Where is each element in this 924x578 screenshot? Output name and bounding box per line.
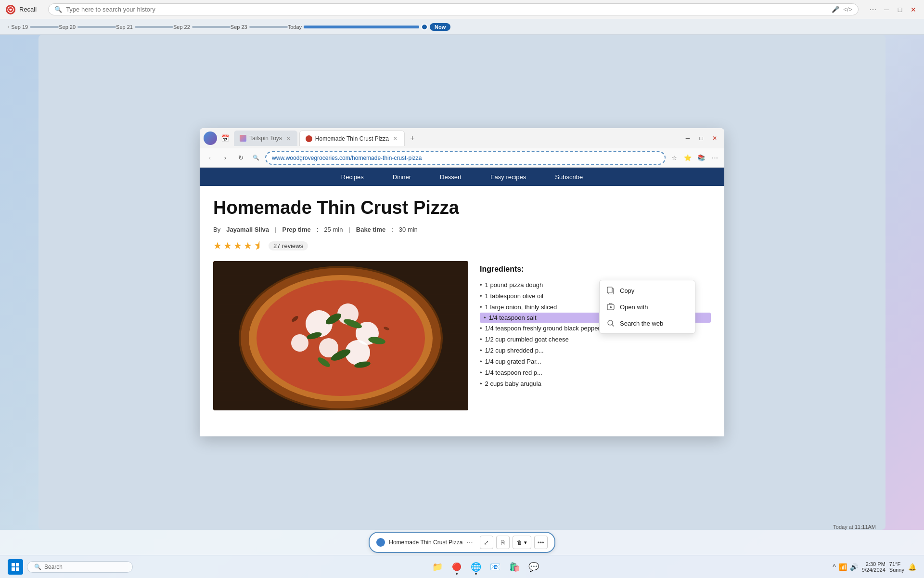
timeline-section-sep20[interactable]: Sep 20 — [59, 24, 116, 30]
timeline-current-indicator — [421, 24, 428, 30]
star-icon[interactable]: ⭐ — [682, 152, 693, 164]
recipe-title: Homemade Thin Crust Pizza — [213, 197, 711, 218]
svg-rect-32 — [16, 567, 19, 571]
open-with-label: Open with — [620, 303, 648, 311]
taskbar-app-recall[interactable]: 🔴 — [448, 558, 465, 576]
calendar-icon: 📅 — [221, 134, 229, 142]
tab-pizza[interactable]: Homemade Thin Crust Pizza ✕ — [299, 131, 405, 146]
code-icon[interactable]: </> — [843, 6, 852, 13]
meta-separator-2: | — [348, 226, 350, 233]
timeline-date-sep19: Sep 19 — [11, 24, 28, 30]
store-icon: 🛍️ — [509, 562, 520, 572]
nav-dinner[interactable]: Dinner — [393, 173, 411, 181]
app-icon — [6, 5, 15, 14]
more-icon[interactable]: ⋯ — [709, 152, 720, 164]
tailspin-favicon — [240, 135, 246, 142]
url-field[interactable]: www.woodgrovegroceries.com/homemade-thin… — [265, 151, 666, 165]
nav-recipes[interactable]: Recipes — [341, 173, 364, 181]
taskbar-clock[interactable]: 2:30 PM 9/24/2024 — [862, 561, 886, 573]
bake-label: Bake time — [356, 226, 385, 233]
timeline-date-sep21: Sep 21 — [116, 24, 133, 30]
timeline-bar-sep19 — [30, 26, 59, 28]
context-menu-search-web[interactable]: Search the web — [600, 315, 695, 331]
address-bar: ‹ › ↻ 🔍 www.woodgrovegroceries.com/homem… — [200, 148, 724, 168]
timeline-section-sep23[interactable]: Sep 23 — [231, 24, 288, 30]
recall-more-button[interactable]: ••• — [534, 536, 548, 549]
recall-expand-button[interactable]: ⤢ — [480, 536, 493, 549]
network-icon[interactable]: 📶 — [839, 563, 847, 571]
recall-copy-button[interactable]: ⎘ — [496, 536, 510, 549]
svg-line-28 — [612, 325, 614, 326]
context-menu-copy[interactable]: Copy — [600, 282, 695, 299]
svg-point-5 — [257, 280, 425, 396]
timeline-bar-sep20 — [77, 26, 116, 28]
volume-icon[interactable]: 🔊 — [850, 563, 858, 571]
ingredient-7: 1/4 cup grated Par... — [480, 356, 711, 367]
datetime-label: Today at 11:11AM — [833, 524, 876, 530]
ingredient-6: 1/2 cup shredded p... — [480, 345, 711, 356]
voice-icon[interactable]: 🎤 — [832, 6, 839, 13]
taskbar-app-mail[interactable]: 📧 — [487, 558, 504, 576]
timeline-now-button[interactable]: Now — [430, 23, 450, 31]
open-with-icon — [606, 302, 615, 311]
taskbar-search-bar[interactable]: 🔍 Search — [27, 561, 133, 573]
taskbar-app-browser[interactable]: 🌐 — [467, 558, 485, 576]
title-bar: Recall 🔍 🎤 </> ⋯ ─ □ ✕ — [0, 0, 924, 19]
timeline-section-sep19[interactable]: ‹ Sep 19 — [8, 24, 59, 30]
notification-bell[interactable]: 🔔 — [908, 563, 916, 571]
minimize-button[interactable]: ─ — [882, 5, 891, 14]
close-button[interactable]: ✕ — [909, 5, 918, 14]
back-button[interactable]: ‹ — [204, 152, 216, 164]
chevron-icon[interactable]: ^ — [833, 563, 836, 571]
window-controls: ⋯ ─ □ ✕ — [868, 5, 918, 14]
windows-logo — [12, 563, 19, 571]
timeline-section-sep22[interactable]: Sep 22 — [173, 24, 231, 30]
svg-point-11 — [291, 334, 308, 352]
svg-point-26 — [610, 306, 612, 308]
timeline-bar-today — [304, 26, 419, 28]
recall-thumbnail[interactable]: Homemade Thin Crust Pizza ··· ⤢ ⎘ 🗑 ▾ ••… — [369, 532, 555, 553]
recall-thumb-separator: ··· — [466, 538, 473, 547]
context-menu-open-with[interactable]: Open with — [600, 299, 695, 315]
new-tab-button[interactable]: + — [407, 132, 418, 144]
chevron-left-icon[interactable]: ‹ — [8, 24, 9, 29]
recall-search-input[interactable] — [66, 6, 828, 13]
tab-tailspin-close[interactable]: ✕ — [285, 135, 292, 142]
browser-tab-bar: 📅 Tailspin Toys ✕ Homemade Thin Crust Pi… — [200, 128, 724, 148]
bake-time: 30 min — [399, 226, 418, 233]
ingredient-5: 1/2 cup crumbled goat cheese — [480, 334, 711, 345]
more-options-button[interactable]: ⋯ — [868, 5, 878, 14]
nav-easy[interactable]: Easy recipes — [490, 173, 526, 181]
nav-subscribe[interactable]: Subscribe — [555, 173, 583, 181]
timeline-date-sep23: Sep 23 — [231, 24, 247, 30]
browser-minimize-button[interactable]: ─ — [682, 132, 693, 144]
start-button[interactable] — [8, 559, 23, 575]
taskbar-app-store[interactable]: 🛍️ — [506, 558, 523, 576]
recall-search-bar[interactable]: 🔍 🎤 </> — [48, 3, 859, 15]
browser-close-button[interactable]: ✕ — [709, 132, 720, 144]
dropdown-chevron: ▾ — [524, 539, 527, 546]
context-menu: Copy Open with Search the web — [599, 280, 695, 334]
tab-tailspin[interactable]: Tailspin Toys ✕ — [234, 131, 297, 146]
collections-icon[interactable]: 📚 — [695, 152, 707, 164]
forward-button[interactable]: › — [219, 152, 231, 164]
tab-pizza-close[interactable]: ✕ — [392, 135, 398, 142]
favorites-icon[interactable]: ☆ — [668, 152, 680, 164]
review-count[interactable]: 27 reviews — [269, 241, 308, 250]
taskbar-app-teams[interactable]: 💬 — [525, 558, 542, 576]
main-area: 📅 Tailspin Toys ✕ Homemade Thin Crust Pi… — [38, 35, 886, 530]
taskbar: 🔍 Search 📁 🔴 🌐 📧 🛍️ 💬 ^ 📶 🔊 — [0, 555, 924, 578]
refresh-button[interactable]: ↻ — [234, 152, 247, 164]
taskbar-app-files[interactable]: 📁 — [429, 558, 446, 576]
weather-widget[interactable]: 71°F Sunny — [889, 561, 904, 573]
ingredient-9: 2 cups baby arugula — [480, 378, 711, 389]
recall-app-icon: 🔴 — [452, 562, 462, 571]
timeline-section-today[interactable]: Today — [288, 24, 428, 30]
nav-dessert[interactable]: Dessert — [440, 173, 462, 181]
maximize-button[interactable]: □ — [895, 5, 905, 14]
timeline-date-sep22: Sep 22 — [173, 24, 190, 30]
recall-delete-dropdown[interactable]: 🗑 ▾ — [513, 536, 531, 549]
copy-label: Copy — [620, 287, 634, 294]
browser-maximize-button[interactable]: □ — [695, 132, 707, 144]
timeline-section-sep21[interactable]: Sep 21 — [116, 24, 173, 30]
